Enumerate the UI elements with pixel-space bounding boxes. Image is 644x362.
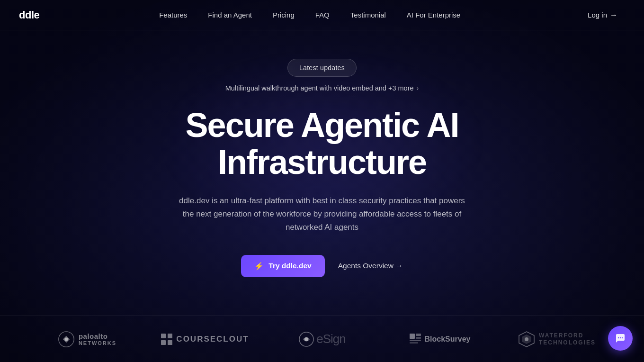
nav-login-arrow: →: [610, 11, 617, 19]
logo-courseclout: COURSECLOUT: [146, 329, 263, 350]
nav-logo[interactable]: ddle: [19, 9, 39, 21]
svg-point-1: [64, 337, 68, 341]
svg-point-7: [304, 337, 308, 341]
svg-point-16: [618, 337, 619, 338]
chevron-right-icon: ›: [417, 84, 419, 92]
logo-palo-alto: paloalto NETWORKS: [28, 327, 146, 352]
blocksurvey-icon: [409, 333, 422, 346]
nav-login[interactable]: Log in →: [580, 7, 625, 23]
cta-secondary-button[interactable]: Agents Overview →: [338, 262, 403, 270]
nav-link-faq[interactable]: FAQ: [307, 7, 338, 23]
courseclout-icon: [160, 333, 173, 346]
blocksurvey-label: BlockSurvey: [425, 335, 471, 344]
svg-rect-8: [410, 334, 415, 339]
cta-primary-label: Try ddle.dev: [268, 262, 311, 270]
waterford-icon: [518, 331, 535, 348]
svg-rect-11: [410, 340, 421, 341]
nav-login-label: Log in: [588, 11, 607, 19]
updates-pill[interactable]: Latest updates: [287, 59, 357, 77]
nav-link-features[interactable]: Features: [151, 7, 196, 23]
esign-icon: [298, 331, 314, 347]
updates-link[interactable]: Multilingual walkthrough agent with vide…: [225, 84, 419, 92]
svg-rect-2: [161, 334, 166, 338]
waterford-label-bottom: TECHNOLOGIES: [539, 339, 596, 346]
logo-esign: eSign: [263, 327, 381, 351]
hero-title-line1: Secure Agentic AI: [186, 106, 459, 144]
palo-alto-name: paloalto: [79, 332, 108, 340]
cta-row: ⚡ Try ddle.dev Agents Overview →: [241, 255, 402, 277]
chat-bubble[interactable]: [608, 326, 633, 351]
nav-link-pricing[interactable]: Pricing: [264, 7, 303, 23]
svg-rect-10: [416, 337, 421, 339]
svg-rect-3: [168, 334, 172, 338]
palo-alto-icon: [58, 331, 75, 348]
esign-label: eSign: [316, 332, 346, 346]
svg-point-17: [620, 337, 621, 338]
waterford-label-top: WATERFORD: [539, 332, 583, 339]
svg-point-18: [622, 337, 623, 338]
nav-link-testimonial[interactable]: Testimonial: [342, 7, 394, 23]
bolt-icon: ⚡: [254, 262, 264, 271]
cta-primary-button[interactable]: ⚡ Try ddle.dev: [241, 255, 324, 277]
hero-subtitle: ddle.dev is an ultra-fast platform with …: [175, 194, 469, 234]
nav-links: Features Find an Agent Pricing FAQ Testi…: [151, 7, 469, 23]
logo-waterford: WATERFORD TECHNOLOGIES: [498, 327, 616, 352]
hero-title: Secure Agentic AI Infrastructure: [186, 107, 459, 181]
svg-rect-4: [161, 340, 166, 345]
svg-point-15: [525, 337, 528, 341]
updates-banner: Latest updates Multilingual walkthrough …: [225, 59, 419, 92]
palo-alto-networks: NETWORKS: [79, 340, 116, 346]
courseclout-label: COURSECLOUT: [176, 335, 249, 344]
svg-rect-5: [168, 340, 172, 345]
nav-link-find-agent[interactable]: Find an Agent: [199, 7, 260, 23]
logos-section: paloalto NETWORKS COURSECLOUT eSign: [0, 315, 644, 362]
cta-secondary-label: Agents Overview →: [338, 262, 403, 270]
navbar: ddle Features Find an Agent Pricing FAQ …: [0, 0, 644, 30]
svg-rect-9: [416, 334, 421, 336]
updates-link-text: Multilingual walkthrough agent with vide…: [225, 84, 414, 92]
logo-blocksurvey: BlockSurvey: [381, 329, 498, 350]
svg-rect-12: [410, 342, 418, 344]
hero-title-line2: Infrastructure: [218, 143, 426, 181]
hero-section: Latest updates Multilingual walkthrough …: [0, 30, 644, 315]
chat-icon: [615, 333, 626, 344]
nav-link-enterprise[interactable]: AI For Enterprise: [398, 7, 469, 23]
